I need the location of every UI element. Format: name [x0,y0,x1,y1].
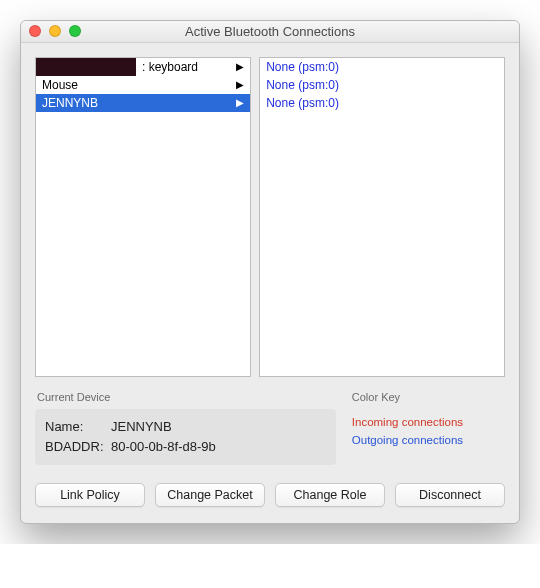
info-row: Current Device Name: JENNYNB BDADDR: 80-… [35,391,505,465]
current-device-body: Name: JENNYNB BDADDR: 80-00-0b-8f-d8-9b [35,409,336,465]
device-bdaddr-row: BDADDR: 80-00-0b-8f-d8-9b [45,437,326,457]
connection-label: None (psm:0) [266,58,498,76]
color-key-title: Color Key [350,391,505,403]
device-label: JENNYNB [42,94,232,112]
window: Active Bluetooth Connections : keyboard▶… [20,20,520,524]
device-bdaddr-value: 80-00-0b-8f-d8-9b [111,437,216,457]
disconnect-button[interactable]: Disconnect [395,483,505,507]
titlebar: Active Bluetooth Connections [21,21,519,43]
change-role-button[interactable]: Change Role [275,483,385,507]
zoom-icon[interactable] [69,25,81,37]
device-list[interactable]: : keyboard▶Mouse▶JENNYNB▶ [35,57,251,377]
device-label: Mouse [42,76,232,94]
color-key-group: Color Key Incoming connections Outgoing … [350,391,505,465]
minimize-icon[interactable] [49,25,61,37]
redacted-block [36,58,136,76]
current-device-title: Current Device [35,391,336,403]
device-name-label: Name: [45,417,103,437]
color-key-body: Incoming connections Outgoing connection… [350,409,505,449]
device-row[interactable]: Mouse▶ [36,76,250,94]
device-name-value: JENNYNB [111,417,172,437]
window-controls [29,25,81,37]
color-key-outgoing: Outgoing connections [352,431,503,449]
device-row[interactable]: : keyboard▶ [36,58,250,76]
disclosure-arrow-icon: ▶ [236,94,244,112]
link-policy-button[interactable]: Link Policy [35,483,145,507]
connection-list[interactable]: None (psm:0)None (psm:0)None (psm:0) [259,57,505,377]
connection-row[interactable]: None (psm:0) [260,58,504,76]
lists-container: : keyboard▶Mouse▶JENNYNB▶ None (psm:0)No… [35,57,505,377]
disclosure-arrow-icon: ▶ [236,58,244,76]
device-bdaddr-label: BDADDR: [45,437,103,457]
device-name-row: Name: JENNYNB [45,417,326,437]
content: : keyboard▶Mouse▶JENNYNB▶ None (psm:0)No… [21,43,519,523]
connection-row[interactable]: None (psm:0) [260,94,504,112]
button-row: Link Policy Change Packet Change Role Di… [35,483,505,507]
device-row[interactable]: JENNYNB▶ [36,94,250,112]
connection-label: None (psm:0) [266,94,498,112]
change-packet-button[interactable]: Change Packet [155,483,265,507]
disclosure-arrow-icon: ▶ [236,76,244,94]
current-device-group: Current Device Name: JENNYNB BDADDR: 80-… [35,391,336,465]
color-key-incoming: Incoming connections [352,413,503,431]
connection-row[interactable]: None (psm:0) [260,76,504,94]
connection-label: None (psm:0) [266,76,498,94]
window-title: Active Bluetooth Connections [21,24,519,39]
close-icon[interactable] [29,25,41,37]
